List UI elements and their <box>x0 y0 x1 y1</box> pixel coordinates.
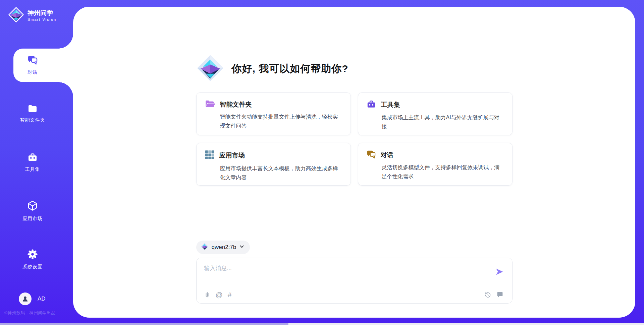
card-description: 智能文件夹功能支持批量文件上传与清洗，轻松实现文件问答 <box>220 112 338 130</box>
attach-file-button[interactable] <box>204 291 211 299</box>
sidebar-footer: ©神州数码 · 神州问学出品 <box>4 310 75 316</box>
folder-icon <box>28 105 37 114</box>
main-panel: 你好, 我可以如何帮助你? 智能文件夹 智能文件夹功能支持批量文件上传与清洗，轻… <box>73 7 635 318</box>
sidebar-item-smart-folder[interactable]: 智能文件夹 <box>0 97 73 131</box>
logo-diamond-icon <box>196 54 224 83</box>
grid-icon <box>205 150 214 161</box>
chat-bubble-icon <box>496 291 503 298</box>
card-title: 应用市场 <box>219 151 245 160</box>
topic-button[interactable]: # <box>228 291 232 298</box>
brand-subtitle: Smart Vision <box>28 17 56 21</box>
chat-icon <box>28 55 38 66</box>
brand-name: 神州问学 <box>28 9 56 17</box>
toolbox-icon <box>367 100 376 110</box>
brand: 神州问学 Smart Vision <box>8 7 56 24</box>
history-icon <box>484 291 491 298</box>
brand-logo-diamond-icon <box>8 7 24 24</box>
composer-toolbar: @ # <box>197 286 512 303</box>
model-name: qwen2:7b <box>212 244 236 251</box>
sidebar-item-label: 系统设置 <box>22 264 43 270</box>
paperclip-icon <box>204 291 211 299</box>
message-composer: @ # <box>196 258 513 304</box>
sidebar-item-chat[interactable]: 对话 <box>0 49 73 82</box>
card-chat[interactable]: 对话 灵活切换多模型文件，支持多样回复效果调试，满足个性化需求 <box>358 143 513 186</box>
greeting: 你好, 我可以如何帮助你? <box>196 54 348 83</box>
history-button[interactable] <box>484 291 491 298</box>
card-smart-folder[interactable]: 智能文件夹 智能文件夹功能支持批量文件上传与清洗，轻松实现文件问答 <box>196 92 351 135</box>
composer-area: qwen2:7b <box>196 241 513 304</box>
card-description: 灵活切换多模型文件，支持多样回复效果调试，满足个性化需求 <box>382 163 500 181</box>
sidebar-item-toolbox[interactable]: 工具集 <box>0 146 73 179</box>
greeting-title: 你好, 我可以如何帮助你? <box>232 62 348 76</box>
folder-open-icon <box>205 100 215 109</box>
sidebar-item-label: 应用市场 <box>22 216 43 222</box>
model-selector[interactable]: qwen2:7b <box>196 241 250 254</box>
sidebar-item-label: 工具集 <box>25 167 40 173</box>
send-icon <box>495 267 504 276</box>
mention-button[interactable]: @ <box>216 291 223 298</box>
sidebar-item-settings[interactable]: 系统设置 <box>0 243 73 276</box>
chevron-down-icon <box>239 244 245 251</box>
user-name: AD <box>38 296 46 302</box>
card-description: 应用市场提供丰富长文本模板，助力高效生成多样化文章内容 <box>220 164 338 182</box>
feedback-button[interactable] <box>496 291 503 298</box>
logo-diamond-icon <box>201 243 209 252</box>
scrollbar-thumb[interactable] <box>0 323 288 325</box>
hash-symbol: # <box>228 291 232 298</box>
message-input[interactable] <box>197 258 512 284</box>
avatar <box>19 292 32 305</box>
gear-icon <box>28 249 38 261</box>
card-description: 集成市场上主流工具，助力AI与外界无缝扩展与对接 <box>382 113 500 131</box>
user-profile[interactable]: AD <box>19 292 46 305</box>
chat-icon <box>367 150 376 160</box>
card-title: 工具集 <box>381 101 400 109</box>
feature-cards: 智能文件夹 智能文件夹功能支持批量文件上传与清洗，轻松实现文件问答 工具集 集成… <box>196 92 513 186</box>
sidebar-item-label: 智能文件夹 <box>20 117 45 123</box>
card-toolbox[interactable]: 工具集 集成市场上主流工具，助力AI与外界无缝扩展与对接 <box>358 92 513 135</box>
active-tab-background <box>13 49 73 82</box>
send-button[interactable] <box>494 266 505 277</box>
sidebar: 神州问学 Smart Vision 对话 智能文件夹 <box>0 0 73 325</box>
person-icon <box>21 295 29 303</box>
card-app-market[interactable]: 应用市场 应用市场提供丰富长文本模板，助力高效生成多样化文章内容 <box>196 143 351 186</box>
card-title: 智能文件夹 <box>220 100 252 109</box>
sidebar-item-app-market[interactable]: 应用市场 <box>0 194 73 228</box>
cube-icon <box>28 200 38 212</box>
card-title: 对话 <box>381 151 393 159</box>
at-symbol: @ <box>216 291 223 298</box>
toolbox-icon <box>28 153 38 163</box>
sidebar-item-label: 对话 <box>28 69 38 75</box>
horizontal-scrollbar[interactable] <box>0 323 644 325</box>
